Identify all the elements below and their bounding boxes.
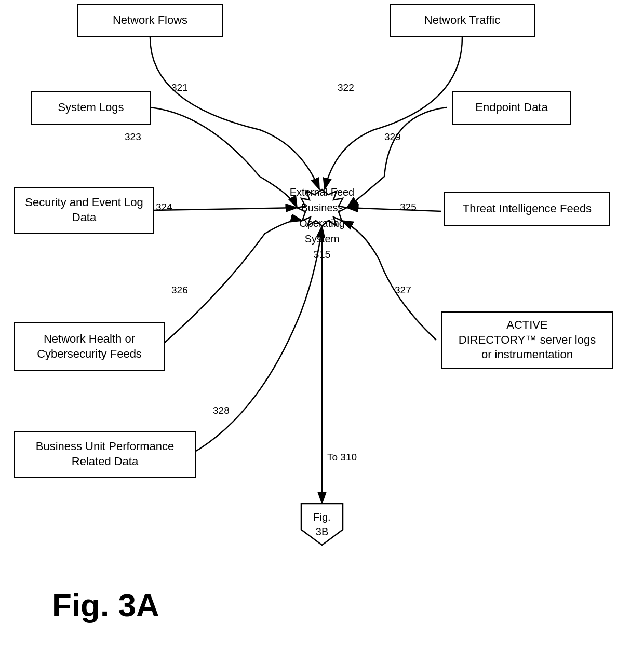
center-label: External Feed Business Operating System … (280, 184, 364, 262)
system-logs-box: System Logs (31, 91, 151, 125)
network-health-box: Network Health or Cybersecurity Feeds (14, 322, 165, 371)
network-traffic-label: Network Traffic (424, 13, 500, 28)
fig-3b-label: Fig. 3B (299, 506, 345, 542)
diagram-container: Network Flows Network Traffic System Log… (0, 0, 644, 651)
label-321: 321 (171, 82, 188, 93)
business-unit-label: Business Unit Performance Related Data (36, 439, 175, 469)
network-flows-label: Network Flows (113, 13, 187, 28)
label-325: 325 (400, 201, 417, 213)
network-flows-box: Network Flows (77, 4, 223, 37)
endpoint-data-box: Endpoint Data (452, 91, 571, 125)
label-327: 327 (395, 284, 411, 296)
label-328: 328 (213, 405, 230, 416)
security-event-box: Security and Event Log Data (14, 187, 154, 234)
endpoint-data-label: Endpoint Data (475, 100, 547, 115)
label-to310: To 310 (327, 452, 357, 463)
label-329: 329 (384, 131, 401, 143)
label-322: 322 (338, 82, 354, 93)
label-323: 323 (125, 131, 141, 143)
svg-line-1 (154, 208, 297, 210)
threat-intel-label: Threat Intelligence Feeds (463, 201, 592, 216)
threat-intel-box: Threat Intelligence Feeds (444, 192, 610, 226)
business-unit-box: Business Unit Performance Related Data (14, 431, 196, 478)
active-directory-label: ACTIVE DIRECTORY™ server logs or instrum… (459, 318, 596, 362)
center-star: External Feed Business Operating System … (280, 184, 364, 262)
security-event-label: Security and Event Log Data (25, 195, 143, 225)
network-health-label: Network Health or Cybersecurity Feeds (37, 332, 142, 361)
label-324: 324 (156, 201, 172, 213)
system-logs-label: System Logs (58, 100, 124, 115)
fig-3a-label: Fig. 3A (52, 587, 159, 623)
label-326: 326 (171, 284, 188, 296)
network-traffic-box: Network Traffic (390, 4, 535, 37)
active-directory-box: ACTIVE DIRECTORY™ server logs or instrum… (441, 311, 613, 369)
